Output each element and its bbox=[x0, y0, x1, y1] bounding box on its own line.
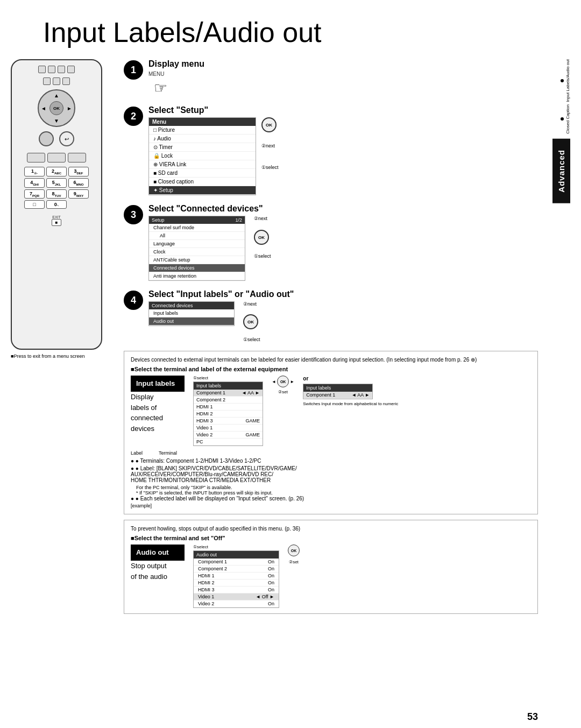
audio-row-video1: Video 1◄ Off ► bbox=[194, 593, 279, 600]
audio-row-comp2: Component 2On bbox=[194, 566, 279, 572]
menu-audio-out: Audio out bbox=[149, 317, 234, 326]
pc-note: For the PC terminal, only "SKIP" is avai… bbox=[136, 485, 531, 490]
example-label: [example] bbox=[131, 503, 531, 508]
step-4-with-nav: Connected devices Input labels Audio out… bbox=[148, 301, 538, 342]
menu-item-setup: ✦ Setup bbox=[149, 186, 256, 195]
num-6[interactable]: 6MNO bbox=[68, 178, 89, 188]
step-2-title: Select "Setup" bbox=[148, 105, 538, 115]
remote-btn-3 bbox=[58, 66, 65, 73]
remote-three-btns bbox=[27, 153, 86, 162]
num-3[interactable]: 3DEF bbox=[68, 167, 89, 176]
menu-connected: Connected devices bbox=[149, 264, 245, 272]
press-exit-note: ■Press to exit from a menu screen bbox=[11, 353, 118, 360]
exit-label: EXIT bbox=[52, 215, 62, 219]
sidebar-dot-1: Input Labels/Audio out bbox=[561, 59, 570, 102]
step-2-nav: OK ②next ①select bbox=[261, 117, 279, 170]
menu-item-sd: ■ SD card bbox=[149, 169, 256, 178]
input-labels-main: Input labels Display labels of connected… bbox=[131, 376, 531, 446]
connected-menu-label: Setup bbox=[152, 217, 165, 223]
label-col: Label bbox=[131, 450, 143, 456]
table-row-hdmi3: HDMI 3GAME bbox=[194, 418, 263, 425]
step-3-nav: ②next OK ①select bbox=[254, 216, 271, 259]
num-7[interactable]: 7PQR bbox=[24, 189, 45, 199]
step-3-next: ②next bbox=[254, 216, 267, 221]
label-display-note: ● Each selected label will be displayed … bbox=[131, 496, 531, 501]
step-2-menu: Menu □ Picture ♪ Audio ⊙ Timer 🔒 Lock ⊕ … bbox=[148, 117, 256, 195]
step-3-circle: 3 bbox=[124, 205, 143, 224]
audio-nav: OK ②set bbox=[288, 545, 300, 564]
menu-item-cc: ■ Closed caption bbox=[149, 178, 256, 186]
remote-rect-1 bbox=[27, 153, 45, 162]
num-4[interactable]: 4GHI bbox=[24, 178, 45, 188]
page-title: Input Labels/Audio out bbox=[43, 16, 570, 48]
switches-note: Switches Input mode from alphabetical to… bbox=[303, 401, 398, 406]
input-labels-label-box: Input labels bbox=[131, 376, 185, 392]
step-1-title: Display menu bbox=[148, 59, 538, 69]
remote-rect-3 bbox=[68, 153, 86, 162]
num-2[interactable]: 2ABC bbox=[46, 167, 67, 176]
num-9[interactable]: 9WXY bbox=[68, 189, 89, 199]
exit-button[interactable]: ■ bbox=[52, 219, 62, 226]
dot-icon-1 bbox=[561, 79, 564, 82]
ok-circle-step2: OK bbox=[261, 117, 277, 132]
table-row-comp2: Component 2 bbox=[194, 397, 263, 404]
remote-circle-btn bbox=[39, 131, 54, 146]
right-sidebar: Input Labels/Audio out Closed Caption Ad… bbox=[538, 59, 570, 614]
step-2-row: 2 Select "Setup" Menu □ Picture ♪ Audio … bbox=[124, 105, 538, 195]
step-3-with-nav: Setup 1/2 Channel surf mode All Language… bbox=[148, 216, 538, 281]
audio-nav-ok: OK bbox=[288, 545, 300, 556]
step-2-next-label: ②next bbox=[261, 143, 279, 149]
menu-item-timer: ⊙ Timer bbox=[149, 143, 256, 152]
table-row-pc: PC bbox=[194, 439, 263, 446]
alt-row-1: Component 1◄ AA ► bbox=[303, 392, 372, 399]
num-0[interactable]: □ bbox=[24, 200, 45, 209]
remote-btn-5 bbox=[43, 77, 51, 85]
num-8[interactable]: 8TUV bbox=[46, 189, 67, 199]
step-1-content: Display menu MENU ☞ bbox=[148, 59, 538, 97]
step-2-select-label: ①select bbox=[261, 165, 279, 170]
steps-area: 1 Display menu MENU ☞ 2 Select "Setup" bbox=[118, 59, 538, 614]
num-dot[interactable]: 0-. bbox=[46, 200, 67, 209]
input-labels-section: Devices connected to external input term… bbox=[124, 351, 538, 514]
audio-row-comp1: Component 1On bbox=[194, 559, 279, 566]
audio-row-video2: Video 2On bbox=[194, 600, 279, 607]
input-labels-table-container: ①select Input labels Component 1◄ AA ► C… bbox=[193, 376, 263, 446]
table-row-video2: Video 2GAME bbox=[194, 432, 263, 439]
menu-clock: Clock bbox=[149, 248, 245, 256]
menu-input-labels: Input labels bbox=[149, 309, 234, 317]
audio-out-section: To prevent howling, stops output of audi… bbox=[124, 520, 538, 614]
remote-control: ▲ ◄ OK ► ▼ ↩ 1☆ bbox=[11, 59, 102, 350]
step-3-select: ①select bbox=[254, 253, 271, 259]
select-terminal-label: ■Select the terminal and label of the ex… bbox=[131, 366, 531, 372]
or-section: or Input labels Component 1◄ AA ► Switch… bbox=[303, 376, 398, 406]
menu-item-viera: ⊕ VIERA Link bbox=[149, 160, 256, 169]
remote-numpad: 1☆- 2ABC 3DEF 4GHI 5JKL 6MNO 7PQR 8TUV 9… bbox=[24, 167, 89, 209]
select-note: ①select bbox=[193, 376, 263, 380]
remote-dpad: ▲ ◄ OK ► ▼ bbox=[38, 89, 75, 127]
input-labels-section-desc: Display labels of connected devices bbox=[131, 392, 185, 434]
menu-hand-icon: ☞ bbox=[154, 79, 538, 97]
table-row-hdmi1: HDMI 1 bbox=[194, 404, 263, 411]
remote-btn-7 bbox=[62, 77, 70, 85]
input-labels-nav: ◄ OK ► ②set bbox=[272, 376, 294, 394]
sidebar-label-1: Input Labels/Audio out bbox=[565, 59, 570, 102]
num-1[interactable]: 1☆- bbox=[24, 167, 45, 176]
menu-ant: ANT/Cable setup bbox=[149, 256, 245, 264]
audio-out-info: To prevent howling, stops output of audi… bbox=[131, 526, 531, 532]
input-labels-table: Input labels Component 1◄ AA ► Component… bbox=[193, 381, 263, 446]
num-5[interactable]: 5JKL bbox=[46, 178, 67, 188]
page-number: 53 bbox=[527, 711, 538, 723]
menu-channel-surf: Channel surf mode bbox=[149, 224, 245, 232]
step-2-content: Select "Setup" Menu □ Picture ♪ Audio ⊙ … bbox=[148, 105, 538, 195]
step-2-with-nav: Menu □ Picture ♪ Audio ⊙ Timer 🔒 Lock ⊕ … bbox=[148, 117, 538, 195]
menu-item-audio: ♪ Audio bbox=[149, 135, 256, 143]
sidebar-dots: Input Labels/Audio out Closed Caption bbox=[561, 59, 570, 133]
skip-note: * If "SKIP" is selected, the INPUT butto… bbox=[136, 490, 531, 496]
audio-select-terminal: ■Select the terminal and set "Off" bbox=[131, 535, 531, 541]
audio-row-hdmi2: HDMI 2On bbox=[194, 579, 279, 586]
audio-row-hdmi1: HDMI 1On bbox=[194, 572, 279, 579]
step-1-row: 1 Display menu MENU ☞ bbox=[124, 59, 538, 97]
remote-ok-button[interactable]: OK bbox=[49, 101, 63, 115]
setup-menu-box: Menu □ Picture ♪ Audio ⊙ Timer 🔒 Lock ⊕ … bbox=[148, 117, 256, 195]
audio-table: Audio out Component 1On Component 2On HD… bbox=[193, 550, 279, 608]
